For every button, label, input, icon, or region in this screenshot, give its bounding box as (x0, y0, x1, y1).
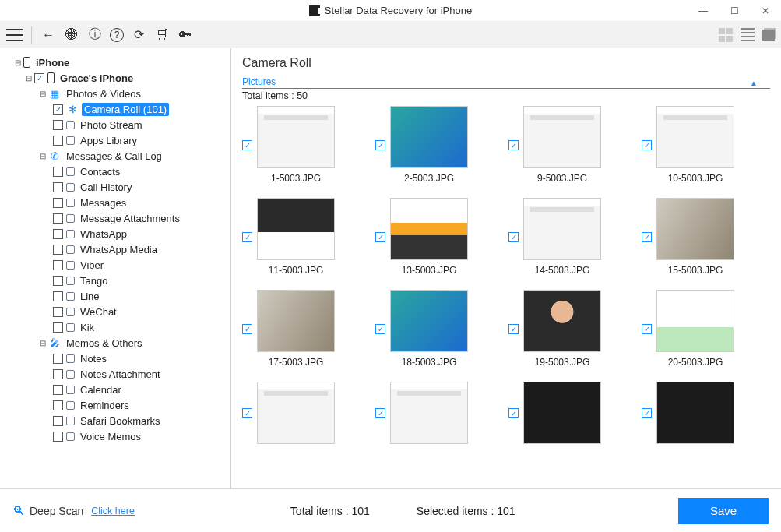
checkbox[interactable] (53, 167, 63, 177)
thumbnail-item[interactable]: 2-5003.JPG (375, 106, 501, 184)
thumbnail-checkbox[interactable] (508, 324, 519, 334)
thumbnail-item[interactable] (642, 382, 767, 444)
thumbnail-image[interactable] (656, 106, 734, 168)
checkbox[interactable] (34, 73, 44, 83)
tree-call-history[interactable]: Call History (3, 179, 227, 195)
thumbnail-checkbox[interactable] (508, 140, 519, 150)
checkbox[interactable] (53, 369, 63, 379)
tree-voice-memos[interactable]: Voice Memos (3, 428, 227, 444)
tree-photo-stream[interactable]: Photo Stream (3, 117, 227, 132)
thumbnail-image[interactable] (257, 198, 335, 260)
collapse-icon[interactable]: ⊟ (25, 74, 33, 83)
checkbox[interactable] (53, 416, 63, 426)
thumbnail-item[interactable]: 17-5003.JPG (242, 290, 368, 368)
thumbnail-item[interactable]: 18-5003.JPG (375, 290, 501, 368)
thumbnail-item[interactable]: 14-5003.JPG (508, 198, 634, 276)
tree-apps-library[interactable]: Apps Library (3, 132, 227, 148)
save-button[interactable]: Save (678, 498, 769, 524)
thumbnail-checkbox[interactable] (375, 324, 385, 334)
checkbox[interactable] (53, 229, 63, 239)
checkbox[interactable] (53, 400, 63, 410)
cart-icon[interactable]: 🛒︎ (153, 26, 171, 44)
thumbnail-image[interactable] (523, 382, 601, 444)
tree-safari[interactable]: Safari Bookmarks (3, 413, 227, 428)
thumbnail-image[interactable] (257, 106, 335, 168)
view-list-icon[interactable] (741, 28, 755, 42)
thumbnail-checkbox[interactable] (642, 232, 652, 242)
minimize-button[interactable]: — (688, 0, 719, 22)
tree-messages[interactable]: Messages (3, 195, 227, 210)
thumbnail-item[interactable]: 1-5003.JPG (242, 106, 368, 184)
back-icon[interactable]: ← (40, 26, 57, 44)
view-stack-icon[interactable] (762, 30, 775, 41)
section-pictures[interactable]: Pictures (242, 76, 276, 87)
checkbox[interactable] (53, 432, 63, 442)
checkbox[interactable] (53, 136, 63, 146)
tree-root-iphone[interactable]: ⊟ iPhone (3, 55, 227, 70)
thumbnail-checkbox[interactable] (242, 140, 252, 150)
thumbnail-checkbox[interactable] (508, 408, 519, 418)
thumbnail-item[interactable]: 9-5003.JPG (508, 106, 634, 184)
thumbnail-checkbox[interactable] (242, 408, 252, 418)
maximize-button[interactable]: ☐ (719, 0, 750, 22)
checkbox[interactable] (53, 291, 63, 301)
checkbox[interactable] (53, 385, 63, 395)
info-icon[interactable]: ⓘ (86, 26, 104, 44)
thumbnail-checkbox[interactable] (375, 408, 385, 418)
thumbnail-checkbox[interactable] (642, 140, 652, 150)
thumbnail-checkbox[interactable] (642, 408, 652, 418)
thumbnail-image[interactable] (257, 382, 335, 444)
refresh-icon[interactable]: ⟳ (130, 26, 147, 44)
collapse-icon[interactable]: ⊟ (39, 339, 47, 347)
thumbnail-image[interactable] (390, 106, 468, 168)
thumbnail-item[interactable]: 13-5003.JPG (375, 198, 501, 276)
deep-scan-link[interactable]: Click here (91, 506, 135, 516)
thumbnail-item[interactable]: 10-5003.JPG (642, 106, 767, 184)
thumbnail-image[interactable] (656, 382, 734, 444)
tree-kik[interactable]: Kik (3, 319, 227, 335)
thumbnail-checkbox[interactable] (508, 232, 519, 242)
tree-notes-attach[interactable]: Notes Attachment (3, 366, 227, 382)
thumbnail-image[interactable] (656, 198, 734, 260)
thumbnail-image[interactable] (523, 198, 601, 260)
thumbnail-scroll[interactable]: 1-5003.JPG2-5003.JPG9-5003.JPG10-5003.JP… (242, 106, 770, 488)
thumbnail-image[interactable] (523, 106, 601, 168)
thumbnail-item[interactable] (508, 382, 634, 444)
checkbox[interactable] (53, 198, 63, 208)
tree-reminders[interactable]: Reminders (3, 397, 227, 413)
tree-viber[interactable]: Viber (3, 257, 227, 273)
menu-icon[interactable] (6, 29, 23, 41)
checkbox[interactable] (53, 322, 63, 333)
thumbnail-checkbox[interactable] (242, 232, 252, 242)
tree-tango[interactable]: Tango (3, 273, 227, 288)
thumbnail-image[interactable] (656, 290, 734, 352)
view-grid-icon[interactable] (719, 28, 733, 42)
checkbox[interactable] (53, 245, 63, 255)
thumbnail-checkbox[interactable] (642, 324, 652, 334)
thumbnail-image[interactable] (257, 290, 335, 352)
checkbox[interactable] (53, 260, 63, 270)
thumbnail-item[interactable]: 20-5003.JPG (642, 290, 767, 368)
globe-icon[interactable]: 🌐︎ (63, 26, 80, 44)
key-icon[interactable]: 🔑︎ (177, 26, 194, 44)
thumbnail-checkbox[interactable] (375, 140, 385, 150)
thumbnail-item[interactable] (375, 382, 501, 444)
tree-notes[interactable]: Notes (3, 351, 227, 366)
section-collapse-icon[interactable]: ▲ (750, 79, 770, 87)
thumbnail-image[interactable] (390, 290, 468, 352)
thumbnail-image[interactable] (390, 382, 468, 444)
collapse-icon[interactable]: ⊟ (39, 90, 47, 98)
checkbox[interactable] (53, 182, 63, 192)
tree-camera-roll[interactable]: ✻ Camera Roll (101) (3, 101, 227, 117)
close-button[interactable]: ✕ (750, 0, 781, 22)
checkbox[interactable] (53, 307, 63, 317)
tree-calendar[interactable]: Calendar (3, 382, 227, 397)
thumbnail-image[interactable] (390, 198, 468, 260)
thumbnail-item[interactable] (242, 382, 368, 444)
checkbox[interactable] (53, 213, 63, 224)
checkbox[interactable] (53, 120, 63, 130)
thumbnail-checkbox[interactable] (242, 324, 252, 334)
thumbnail-item[interactable]: 15-5003.JPG (642, 198, 767, 276)
thumbnail-item[interactable]: 11-5003.JPG (242, 198, 368, 276)
tree-wechat[interactable]: WeChat (3, 304, 227, 319)
